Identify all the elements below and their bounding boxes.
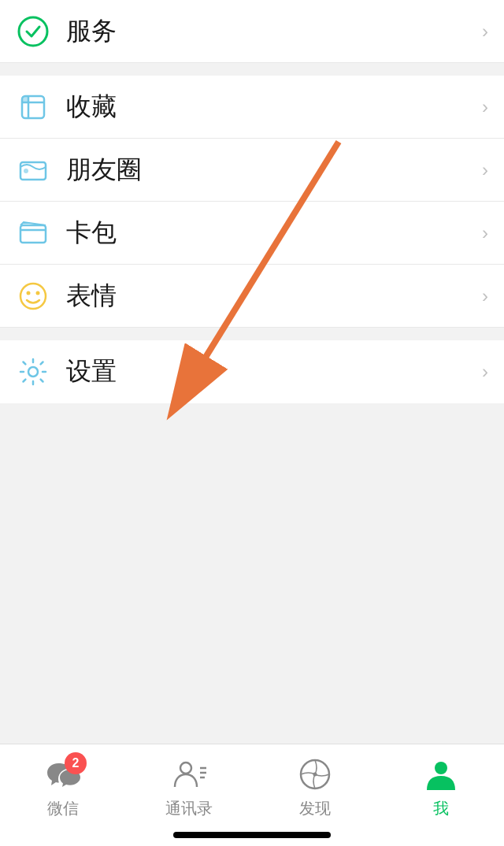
menu-item-settings[interactable]: 设置 › — [0, 340, 504, 403]
svg-rect-4 — [22, 96, 28, 102]
svg-rect-7 — [20, 225, 46, 243]
menu-item-service[interactable]: 服务 › — [0, 0, 504, 63]
nav-item-wechat[interactable]: 2 微信 — [0, 754, 126, 819]
service-chevron: › — [482, 20, 488, 43]
svg-point-14 — [180, 763, 191, 774]
nav-item-me[interactable]: 我 — [378, 754, 504, 819]
wechat-nav-label: 微信 — [47, 798, 79, 819]
wechat-badge: 2 — [65, 752, 87, 774]
svg-point-0 — [19, 17, 47, 46]
menu-item-moments[interactable]: 朋友圈 › — [0, 139, 504, 202]
discover-nav-label: 发现 — [299, 798, 331, 819]
svg-point-8 — [20, 284, 46, 309]
wechat-nav-icon-wrap: 2 — [43, 754, 83, 795]
favorites-chevron: › — [482, 96, 488, 118]
stickers-chevron: › — [482, 285, 488, 307]
service-icon — [16, 14, 50, 49]
separator-2 — [0, 328, 504, 340]
moments-chevron: › — [482, 159, 488, 181]
menu-list: 服务 › 收藏 › 朋友圈 › — [0, 0, 504, 403]
me-nav-label: 我 — [433, 798, 449, 819]
stickers-icon — [16, 279, 50, 314]
bottom-nav: 2 微信 通讯录 发现 — [0, 744, 504, 846]
menu-item-stickers[interactable]: 表情 › — [0, 265, 504, 328]
svg-point-20 — [435, 762, 447, 774]
home-indicator — [173, 832, 331, 838]
svg-point-6 — [24, 169, 28, 173]
service-label: 服务 — [66, 14, 482, 49]
wallet-label: 卡包 — [66, 216, 482, 250]
settings-icon — [16, 354, 50, 389]
contacts-nav-icon-wrap — [169, 754, 209, 795]
stickers-label: 表情 — [66, 279, 482, 314]
nav-item-discover[interactable]: 发现 — [252, 754, 378, 819]
wallet-chevron: › — [482, 222, 488, 244]
menu-item-favorites[interactable]: 收藏 › — [0, 76, 504, 139]
svg-point-19 — [313, 773, 317, 777]
settings-label: 设置 — [66, 354, 482, 389]
svg-point-10 — [36, 291, 40, 295]
wallet-icon — [16, 216, 50, 250]
me-icon — [424, 757, 458, 792]
moments-label: 朋友圈 — [66, 153, 482, 187]
nav-item-contacts[interactable]: 通讯录 — [126, 754, 252, 819]
menu-item-wallet[interactable]: 卡包 › — [0, 202, 504, 265]
moments-icon — [16, 153, 50, 187]
svg-point-9 — [27, 291, 31, 295]
me-nav-icon-wrap — [421, 754, 461, 795]
settings-chevron: › — [482, 361, 488, 383]
separator-1 — [0, 63, 504, 76]
discover-nav-icon-wrap — [295, 754, 335, 795]
svg-point-11 — [28, 367, 38, 377]
favorites-label: 收藏 — [66, 90, 482, 124]
favorites-icon — [16, 90, 50, 124]
contacts-icon — [172, 757, 206, 792]
discover-icon — [298, 757, 332, 792]
contacts-nav-label: 通讯录 — [165, 798, 213, 819]
